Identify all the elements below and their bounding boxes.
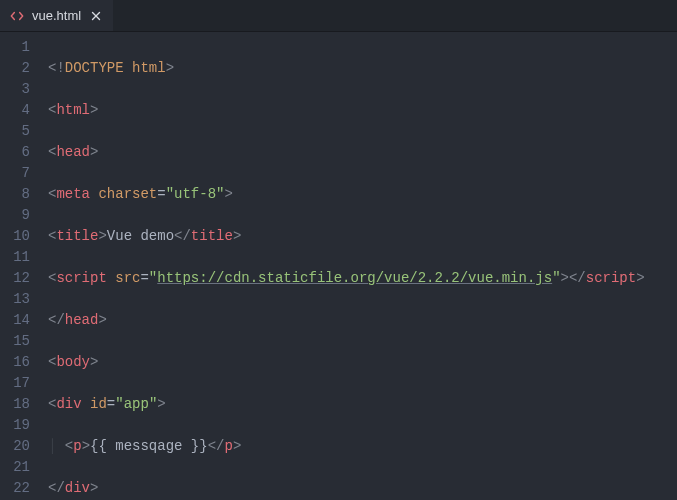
code-area[interactable]: <!DOCTYPE html> <html> <head> <meta char…: [48, 32, 645, 500]
line-number: 4: [0, 100, 30, 121]
line-number: 13: [0, 289, 30, 310]
code-icon: [10, 9, 24, 23]
tab-bar: vue.html: [0, 0, 677, 32]
code-line: <head>: [48, 142, 645, 163]
line-number: 2: [0, 58, 30, 79]
line-number: 8: [0, 184, 30, 205]
code-line: </head>: [48, 310, 645, 331]
code-line: <meta charset="utf-8">: [48, 184, 645, 205]
line-number: 5: [0, 121, 30, 142]
tab-filename: vue.html: [32, 8, 81, 23]
code-line: <title>Vue demo</title>: [48, 226, 645, 247]
line-number: 3: [0, 79, 30, 100]
line-number: 6: [0, 142, 30, 163]
code-line: │ <p>{{ messqage }}</p>: [48, 436, 645, 457]
code-line: <!DOCTYPE html>: [48, 58, 645, 79]
line-number: 21: [0, 457, 30, 478]
line-number: 11: [0, 247, 30, 268]
code-line: <html>: [48, 100, 645, 121]
line-number: 18: [0, 394, 30, 415]
line-number: 12: [0, 268, 30, 289]
line-number: 1: [0, 37, 30, 58]
line-number: 7: [0, 163, 30, 184]
line-number: 22: [0, 478, 30, 499]
line-number: 20: [0, 436, 30, 457]
gutter: 1 2 3 4 5 6 7 8 9 10 11 12 13 14 15 16 1…: [0, 32, 48, 500]
line-number: 14: [0, 310, 30, 331]
close-icon[interactable]: [89, 9, 103, 23]
code-line: <div id="app">: [48, 394, 645, 415]
editor[interactable]: 1 2 3 4 5 6 7 8 9 10 11 12 13 14 15 16 1…: [0, 32, 677, 500]
line-number: 17: [0, 373, 30, 394]
line-number: 16: [0, 352, 30, 373]
code-line: </div>: [48, 478, 645, 499]
line-number: 10: [0, 226, 30, 247]
code-line: <script src="https://cdn.staticfile.org/…: [48, 268, 645, 289]
line-number: 9: [0, 205, 30, 226]
code-line: <body>: [48, 352, 645, 373]
line-number: 15: [0, 331, 30, 352]
line-number: 19: [0, 415, 30, 436]
tab-vue-html[interactable]: vue.html: [0, 0, 113, 31]
